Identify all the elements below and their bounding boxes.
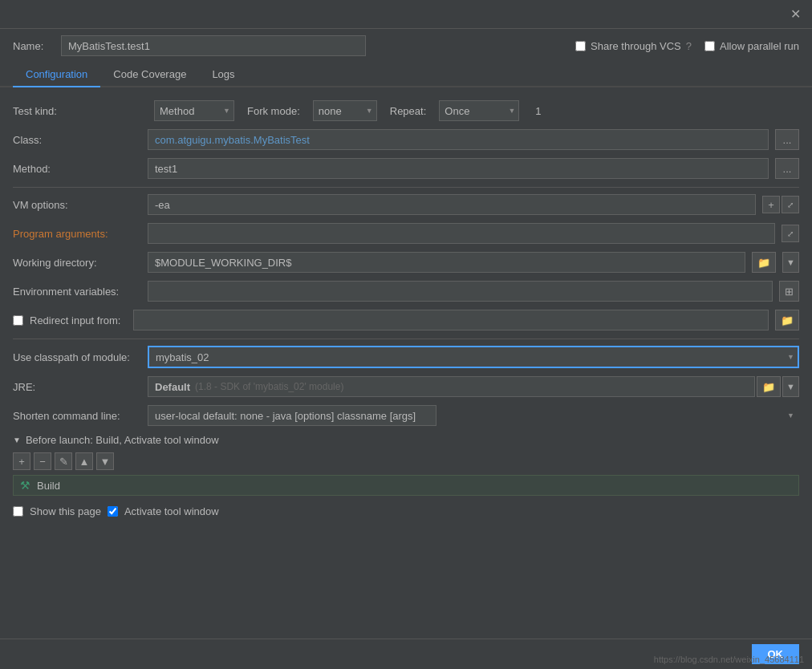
- program-args-label: Program arguments:: [13, 228, 141, 240]
- repeat-count: 1: [535, 105, 541, 117]
- activate-tool-checkbox[interactable]: [108, 506, 118, 517]
- redirect-row: Redirect input from: 📁: [13, 310, 799, 330]
- shorten-row: Shorten command line: user-local default…: [13, 405, 799, 426]
- class-browse-button[interactable]: ...: [775, 129, 799, 150]
- test-kind-select-wrapper: Method: [154, 100, 234, 121]
- method-label: Method:: [13, 163, 141, 175]
- jre-sdk-text: (1.8 - SDK of 'mybatis_02' module): [195, 381, 343, 392]
- redirect-folder-button[interactable]: 📁: [775, 310, 799, 330]
- share-vcs-row: Share through VCS ?: [575, 40, 692, 52]
- jre-default-text: Default: [155, 381, 190, 393]
- show-page-checkbox[interactable]: [13, 506, 23, 517]
- allow-parallel-label: Allow parallel run: [720, 40, 799, 52]
- module-select[interactable]: mybatis_02: [148, 346, 799, 368]
- launch-edit-button[interactable]: ✎: [55, 452, 72, 470]
- repeat-label: Repeat:: [390, 105, 427, 117]
- tab-code-coverage[interactable]: Code Coverage: [100, 63, 199, 87]
- before-launch-header: ▼ Before launch: Build, Activate tool wi…: [13, 434, 799, 446]
- redirect-label: Redirect input from:: [30, 314, 120, 326]
- jre-input-row: Default (1.8 - SDK of 'mybatis_02' modul…: [148, 376, 799, 397]
- build-row: ⚒ Build: [13, 475, 799, 496]
- env-vars-label: Environment variables:: [13, 286, 141, 298]
- working-dir-folder-button[interactable]: 📁: [752, 252, 776, 273]
- module-select-wrapper: mybatis_02: [148, 346, 799, 368]
- name-row-right: Share through VCS ? Allow parallel run: [575, 40, 799, 52]
- share-vcs-checkbox[interactable]: [575, 41, 586, 51]
- vm-options-actions: + ⤢: [762, 196, 799, 213]
- repeat-select-wrapper: Once: [439, 100, 519, 121]
- classpath-row: Use classpath of module: mybatis_02: [13, 346, 799, 368]
- name-input[interactable]: [61, 35, 366, 56]
- show-page-label: Show this page: [30, 505, 101, 517]
- working-dir-row: Working directory: 📁 ▼: [13, 252, 799, 273]
- tab-logs[interactable]: Logs: [199, 63, 247, 87]
- method-input[interactable]: [148, 158, 769, 179]
- divider-1: [13, 187, 799, 188]
- launch-add-button[interactable]: +: [13, 452, 30, 470]
- vm-options-add-button[interactable]: +: [762, 196, 780, 213]
- watermark: https://blog.csdn.net/weixin_45684111: [654, 655, 804, 664]
- tab-configuration[interactable]: Configuration: [13, 63, 100, 87]
- test-kind-select[interactable]: Method: [154, 100, 234, 121]
- before-launch-section: ▼ Before launch: Build, Activate tool wi…: [13, 434, 799, 521]
- name-row: Name: Share through VCS ? Allow parallel…: [0, 29, 812, 63]
- working-dir-dropdown-button[interactable]: ▼: [782, 252, 799, 273]
- allow-parallel-checkbox[interactable]: [704, 41, 715, 51]
- shorten-select-wrapper: user-local default: none - java [options…: [148, 405, 799, 426]
- activate-tool-label: Activate tool window: [124, 505, 219, 517]
- launch-down-button[interactable]: ▼: [96, 452, 114, 470]
- jre-folder-button[interactable]: 📁: [757, 376, 781, 397]
- shorten-label: Shorten command line:: [13, 410, 141, 422]
- redirect-checkbox[interactable]: [13, 315, 23, 326]
- launch-remove-button[interactable]: −: [34, 452, 51, 470]
- test-kind-label: Test kind:: [13, 105, 141, 117]
- launch-up-button[interactable]: ▲: [75, 452, 93, 470]
- test-kind-row: Test kind: Method Fork mode: none Repeat…: [13, 100, 799, 121]
- jre-dropdown-button[interactable]: ▼: [782, 376, 799, 397]
- show-page-row: Show this page Activate tool window: [13, 502, 799, 521]
- dialog: ✕ Name: Share through VCS ? Allow parall…: [0, 0, 812, 669]
- working-dir-input[interactable]: [148, 252, 745, 273]
- working-dir-label: Working directory:: [13, 257, 141, 269]
- before-launch-label: Before launch: Build, Activate tool wind…: [26, 434, 219, 446]
- program-args-input[interactable]: [148, 223, 775, 244]
- method-browse-button[interactable]: ...: [775, 158, 799, 179]
- class-input[interactable]: [148, 129, 769, 150]
- fork-mode-select-wrapper: none: [313, 100, 377, 121]
- program-args-row: Program arguments: ⤢: [13, 223, 799, 244]
- fork-mode-label: Fork mode:: [247, 105, 300, 117]
- build-icon: ⚒: [20, 479, 30, 492]
- name-label: Name:: [13, 40, 53, 52]
- allow-parallel-row: Allow parallel run: [704, 40, 799, 52]
- before-launch-collapse-arrow[interactable]: ▼: [13, 436, 21, 444]
- close-button[interactable]: ✕: [786, 5, 806, 23]
- program-args-expand-button[interactable]: ⤢: [782, 225, 799, 242]
- vm-options-label: VM options:: [13, 199, 141, 211]
- jre-row: JRE: Default (1.8 - SDK of 'mybatis_02' …: [13, 376, 799, 397]
- class-label: Class:: [13, 134, 141, 146]
- vm-options-expand-button[interactable]: ⤢: [782, 196, 799, 213]
- tabs-bar: Configuration Code Coverage Logs: [0, 63, 812, 87]
- vm-options-row: VM options: + ⤢: [13, 194, 799, 215]
- title-bar: ✕: [0, 0, 812, 29]
- env-vars-input[interactable]: [148, 281, 773, 302]
- divider-2: [13, 339, 799, 339]
- method-row: Method: ...: [13, 158, 799, 179]
- launch-toolbar: + − ✎ ▲ ▼: [13, 452, 799, 470]
- shorten-select[interactable]: user-local default: none - java [options…: [148, 405, 436, 426]
- env-vars-copy-button[interactable]: ⊞: [779, 281, 799, 302]
- vm-options-input[interactable]: [148, 194, 756, 215]
- fork-mode-select[interactable]: none: [313, 100, 377, 121]
- bottom-bar: OK: [0, 639, 812, 669]
- repeat-select[interactable]: Once: [439, 100, 519, 121]
- class-row: Class: ...: [13, 129, 799, 150]
- redirect-input[interactable]: [133, 310, 769, 330]
- jre-display: Default (1.8 - SDK of 'mybatis_02' modul…: [148, 376, 755, 397]
- build-label: Build: [37, 480, 60, 492]
- env-vars-row: Environment variables: ⊞: [13, 281, 799, 302]
- jre-label: JRE:: [13, 381, 141, 393]
- share-vcs-label: Share through VCS: [591, 40, 681, 52]
- configuration-content: Test kind: Method Fork mode: none Repeat…: [0, 87, 812, 639]
- classpath-label: Use classpath of module:: [13, 351, 141, 363]
- question-mark-icon: ?: [686, 40, 692, 52]
